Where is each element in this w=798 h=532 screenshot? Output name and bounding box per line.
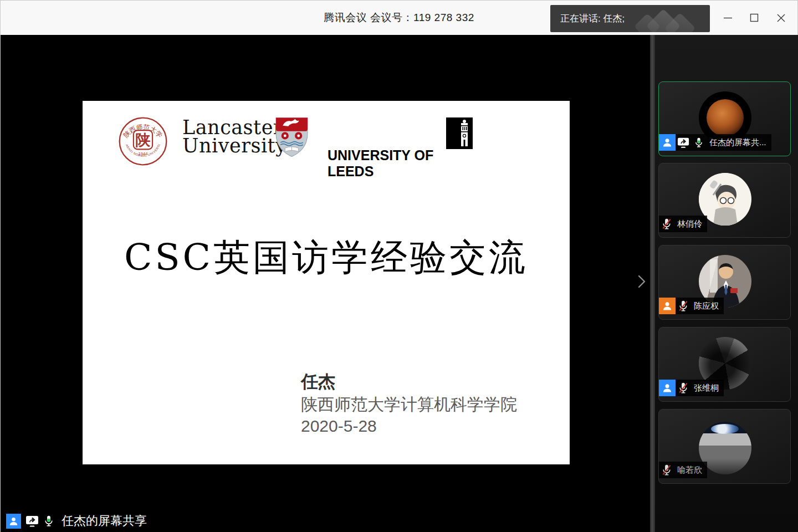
minimize-button[interactable] [714, 1, 741, 35]
member-badge-icon [6, 514, 21, 529]
titlebar[interactable]: 腾讯会议 会议号：119 278 332 正在讲话: 任杰; [1, 1, 797, 35]
participant-label: 林俏伶 [659, 216, 707, 232]
meeting-window: 腾讯会议 会议号：119 278 332 正在讲话: 任杰; [0, 0, 798, 532]
leeds-logo-text: UNIVERSITY OF LEEDS [328, 147, 476, 180]
lancaster-logo-text: Lancaster University [182, 119, 287, 155]
maximize-icon [750, 13, 759, 22]
participant-name: 张维桐 [694, 383, 719, 393]
speaking-indicator: 正在讲话: 任杰; [550, 5, 710, 32]
member-badge-icon [659, 380, 676, 396]
close-icon [776, 13, 786, 23]
snnu-char: 陕 [136, 131, 151, 149]
screen-share-icon [25, 514, 39, 528]
participant-tile-renjie-screenshare[interactable]: 任杰的屏幕共... [658, 81, 791, 156]
participant-tile-yuruoxin[interactable]: 喻若欣 [658, 409, 791, 484]
maximize-button[interactable] [741, 1, 768, 35]
mic-muted-icon [676, 380, 691, 396]
sidebar-collapse-button[interactable] [635, 272, 649, 291]
participant-name: 喻若欣 [677, 465, 702, 475]
meeting-content: 陕西师范大学 SHAANXI NORMAL UNIVERSITY 陕 1944 … [1, 35, 798, 532]
participant-name: 任杰的屏幕共... [709, 137, 766, 148]
participant-label: 任杰的屏幕共... [659, 134, 771, 151]
lancaster-line2: University [182, 137, 287, 155]
mic-active-icon [691, 134, 707, 151]
presentation-date: 2020-5-28 [301, 417, 377, 436]
presenter-affiliation: 陕西师范大学计算机科学学院 [301, 393, 517, 416]
speaking-label: 正在讲话: 任杰; [550, 12, 625, 25]
participant-label: 张维桐 [659, 380, 724, 396]
presenter-name: 任杰 [301, 370, 335, 393]
participant-name: 陈应权 [694, 301, 719, 311]
leeds-logo-icon [446, 117, 473, 149]
mic-muted-icon [676, 298, 691, 314]
share-banner-label: 任杰的屏幕共享 [62, 513, 147, 529]
mic-muted-icon [659, 462, 674, 478]
shared-screen-stage: 陕西师范大学 SHAANXI NORMAL UNIVERSITY 陕 1944 … [1, 35, 650, 532]
window-controls [714, 1, 794, 35]
participant-tile-linqiaoling[interactable]: 林俏伶 [658, 163, 791, 238]
minimize-icon [723, 13, 733, 23]
presentation-slide: 陕西师范大学 SHAANXI NORMAL UNIVERSITY 陕 1944 … [83, 101, 570, 464]
mic-muted-icon [659, 216, 674, 232]
chevron-right-icon [637, 274, 646, 289]
participant-label: 陈应权 [659, 298, 724, 314]
participants-sidebar: 任杰的屏幕共... [655, 35, 798, 532]
participant-label: 喻若欣 [659, 462, 707, 478]
slide-title: CSC英国访学经验交流 [83, 233, 570, 283]
snnu-year: 1944 [139, 151, 149, 156]
lancaster-shield-icon [275, 116, 309, 158]
stage-sidebar-divider[interactable] [650, 35, 655, 532]
participant-tile-zhangweitong[interactable]: 张维桐 [658, 327, 791, 402]
snnu-logo: 陕西师范大学 SHAANXI NORMAL UNIVERSITY 陕 1944 [118, 116, 168, 166]
host-badge-icon [659, 298, 676, 314]
screen-share-banner: 任杰的屏幕共享 [6, 512, 147, 530]
participant-tile-chenyingquan[interactable]: 陈应权 [658, 245, 791, 320]
participant-name: 林俏伶 [677, 219, 702, 229]
mic-active-icon [43, 514, 54, 528]
screen-share-icon [676, 134, 691, 151]
member-badge-icon [659, 134, 676, 151]
close-button[interactable] [768, 1, 794, 35]
lancaster-line1: Lancaster [182, 119, 287, 137]
